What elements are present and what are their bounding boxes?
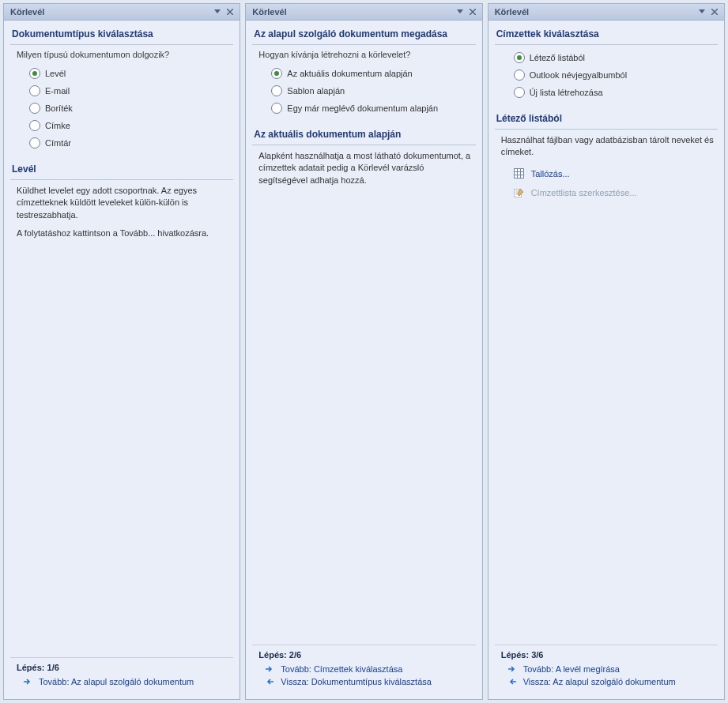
radio-icon [29, 137, 40, 148]
radio-doctype-level[interactable]: Levél [29, 67, 233, 80]
radio-doctype-cimke[interactable]: Címke [29, 119, 233, 132]
body-paragraph: Használhat fájlban vagy adatbázisban tár… [501, 134, 715, 159]
pane-title: Körlevél [10, 7, 211, 17]
back-link[interactable]: Vissza: Az alapul szolgáló dokumentum [507, 677, 715, 686]
dropdown-arrow-icon[interactable] [696, 6, 708, 18]
dropdown-arrow-icon[interactable] [454, 6, 466, 18]
content: Címzettek kiválasztása Létező listából O… [488, 21, 724, 699]
radio-label: Az aktuális dokumentum alapján [287, 67, 412, 80]
radio-label: Létező listából [530, 51, 585, 64]
arrow-right-icon [507, 664, 517, 674]
radio-label: Sablon alapján [287, 85, 345, 97]
radio-recipients-newlist[interactable]: Új lista létrehozása [514, 86, 718, 99]
dropdown-arrow-icon[interactable] [211, 6, 224, 18]
next-link-label: Tovább: A levél megírása [523, 664, 620, 674]
section-heading-2: Létező listából [495, 110, 718, 130]
section-heading-2: Levél [10, 160, 233, 180]
back-link-label: Vissza: Dokumentumtípus kiválasztása [281, 677, 432, 686]
radio-source-existing[interactable]: Egy már meglévő dokumentum alapján [271, 102, 475, 115]
radio-label: Címtár [45, 137, 71, 149]
edit-recipients-label: Címzettlista szerkesztése... [531, 188, 637, 197]
taskpane-step1: Körlevél Dokumentumtípus kiválasztása Mi… [3, 3, 240, 700]
radio-doctype-cimtar[interactable]: Címtár [29, 137, 233, 149]
back-link[interactable]: Vissza: Dokumentumtípus kiválasztása [265, 677, 472, 686]
radio-label: E-mail [45, 85, 70, 97]
radio-label: Egy már meglévő dokumentum alapján [287, 102, 438, 115]
radio-label: Levél [45, 67, 66, 80]
arrow-right-icon [265, 664, 274, 674]
taskpane-step2: Körlevél Az alapul szolgáló dokumentum m… [245, 3, 482, 700]
body-paragraph: A folytatáshoz kattintson a Tovább... hi… [17, 227, 230, 239]
footer: Lépés: 1/6 Tovább: Az alapul szolgáló do… [10, 657, 233, 696]
step-indicator: Lépés: 3/6 [498, 650, 715, 660]
step-indicator: Lépés: 1/6 [13, 663, 230, 672]
radio-recipients-existing[interactable]: Létező listából [514, 51, 718, 64]
close-icon[interactable] [708, 6, 721, 18]
close-icon[interactable] [224, 6, 236, 18]
section-heading: Címzettek kiválasztása [495, 25, 718, 45]
next-link-label: Tovább: Címzettek kiválasztása [281, 664, 402, 674]
radio-icon [29, 68, 40, 79]
radio-doctype-boritek[interactable]: Boríték [29, 102, 233, 115]
browse-link[interactable]: Tallózás... [514, 168, 718, 179]
radio-icon [514, 52, 525, 63]
edit-recipients-link: Címzettlista szerkesztése... [514, 187, 718, 198]
section-heading-2: Az aktuális dokumentum alapján [252, 126, 475, 145]
radio-icon [271, 68, 282, 79]
next-link-label: Tovább: Az alapul szolgáló dokumentum [39, 677, 194, 686]
radio-label: Új lista létrehozása [530, 86, 603, 99]
footer: Lépés: 3/6 Tovább: A levél megírása Viss… [495, 645, 718, 696]
arrow-left-icon [265, 677, 274, 686]
radio-icon [271, 85, 282, 96]
content: Az alapul szolgáló dokumentum megadása H… [246, 21, 481, 699]
radio-icon [29, 103, 40, 114]
svg-rect-0 [515, 169, 524, 179]
radio-icon [514, 87, 525, 98]
arrow-left-icon [507, 677, 517, 686]
pane-title: Körlevél [252, 7, 453, 17]
step-indicator: Lépés: 2/6 [255, 650, 472, 660]
radio-doctype-email[interactable]: E-mail [29, 85, 233, 97]
titlebar: Körlevél [488, 4, 724, 21]
next-link[interactable]: Tovább: Az alapul szolgáló dokumentum [23, 677, 230, 686]
titlebar: Körlevél [246, 4, 481, 21]
radio-icon [514, 70, 525, 81]
footer: Lépés: 2/6 Tovább: Címzettek kiválasztás… [252, 645, 475, 696]
radio-icon [29, 85, 40, 96]
prompt-text: Milyen típusú dokumentumon dolgozik? [17, 50, 233, 59]
radio-label: Címke [45, 119, 70, 132]
content: Dokumentumtípus kiválasztása Milyen típu… [4, 21, 240, 699]
back-link-label: Vissza: Az alapul szolgáló dokumentum [523, 677, 676, 686]
close-icon[interactable] [466, 6, 479, 18]
arrow-right-icon [23, 677, 32, 686]
body-paragraph: Küldhet levelet egy adott csoportnak. Az… [17, 185, 230, 221]
pane-title: Körlevél [495, 7, 696, 17]
radio-recipients-outlook[interactable]: Outlook névjegyalbumból [514, 69, 718, 81]
stage: Körlevél Dokumentumtípus kiválasztása Mi… [0, 0, 728, 703]
table-icon [514, 168, 525, 179]
section-heading: Dokumentumtípus kiválasztása [10, 25, 233, 45]
browse-link-label: Tallózás... [531, 169, 570, 179]
titlebar: Körlevél [4, 4, 240, 21]
radio-label: Outlook névjegyalbumból [530, 69, 628, 81]
prompt-text: Hogyan kívánja létrehozni a körlevelet? [258, 50, 475, 59]
next-link[interactable]: Tovább: Címzettek kiválasztása [265, 664, 472, 674]
radio-icon [271, 103, 282, 114]
radio-icon [29, 120, 40, 131]
body-paragraph: Alapként használhatja a most látható dok… [258, 150, 472, 186]
radio-source-current[interactable]: Az aktuális dokumentum alapján [271, 67, 475, 80]
radio-label: Boríték [45, 102, 73, 115]
next-link[interactable]: Tovább: A levél megírása [507, 664, 715, 674]
radio-source-template[interactable]: Sablon alapján [271, 85, 475, 97]
section-heading: Az alapul szolgáló dokumentum megadása [252, 25, 475, 45]
edit-list-icon [514, 187, 525, 198]
taskpane-step3: Körlevél Címzettek kiválasztása Létező l… [488, 3, 725, 700]
